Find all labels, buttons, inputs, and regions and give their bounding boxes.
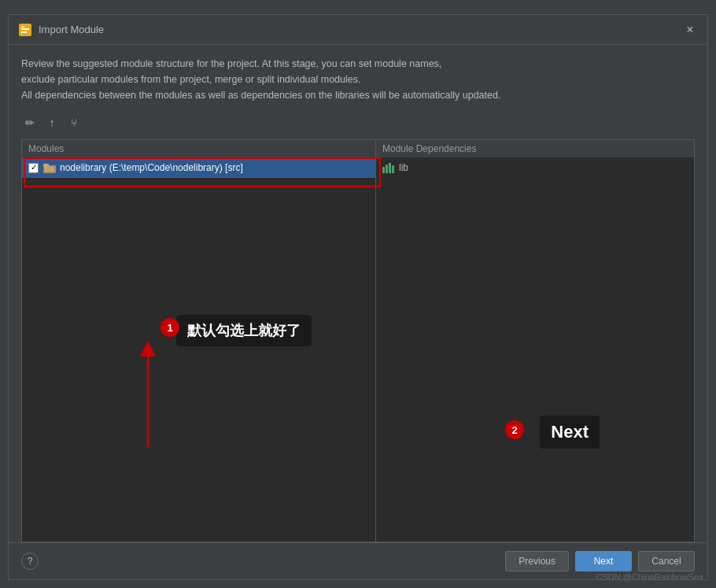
svg-rect-6 [45, 167, 54, 172]
toolbar: ✏ ↑ ⑂ [21, 114, 695, 131]
dependencies-panel-header: Module Dependencies [376, 140, 694, 157]
help-button[interactable]: ? [21, 553, 39, 570]
svg-rect-7 [382, 167, 385, 173]
edit-icon[interactable]: ✏ [21, 114, 39, 131]
title-bar: Import Module × [9, 15, 707, 45]
move-up-icon[interactable]: ↑ [43, 114, 61, 131]
checkbox-check: ✓ [31, 164, 37, 172]
svg-rect-8 [386, 165, 388, 173]
dependency-name: lib [399, 162, 408, 173]
svg-rect-9 [389, 163, 391, 173]
dialog-footer: ? Previous Next Cancel [9, 542, 707, 579]
previous-button[interactable]: Previous [505, 551, 569, 571]
modules-panel-header: Modules [22, 140, 375, 157]
modules-panel: Modules ✓ nodelibrary [22, 140, 376, 542]
library-icon [382, 161, 395, 174]
svg-rect-5 [43, 164, 49, 167]
cancel-button[interactable]: Cancel [638, 551, 695, 571]
svg-rect-2 [21, 31, 27, 33]
split-icon[interactable]: ⑂ [65, 114, 83, 131]
svg-rect-10 [392, 165, 394, 173]
next-button[interactable]: Next [575, 551, 632, 571]
dependency-item: lib [376, 157, 694, 178]
dependencies-panel-content: lib [376, 157, 694, 542]
panels-container: Modules ✓ nodelibrary [21, 139, 695, 542]
svg-rect-1 [21, 28, 29, 30]
folder-icon [43, 161, 56, 174]
module-item[interactable]: ✓ nodelibrary (E:\temp\Code\nodelibrary)… [22, 157, 375, 178]
modules-panel-content: ✓ nodelibrary (E:\temp\Code\nodelibrary)… [22, 157, 375, 542]
module-checkbox[interactable]: ✓ [28, 163, 39, 173]
description: Review the suggested module structure fo… [21, 56, 695, 103]
dialog-title: Import Module [39, 24, 682, 35]
dialog-icon [18, 23, 32, 37]
module-name: nodelibrary (E:\temp\Code\nodelibrary) [… [60, 162, 243, 173]
close-button[interactable]: × [682, 22, 698, 38]
import-module-dialog: Import Module × Review the suggested mod… [8, 14, 708, 580]
dialog-body: Review the suggested module structure fo… [9, 45, 707, 542]
dependencies-panel: Module Dependencies lib [376, 140, 694, 542]
svg-rect-3 [21, 26, 24, 28]
